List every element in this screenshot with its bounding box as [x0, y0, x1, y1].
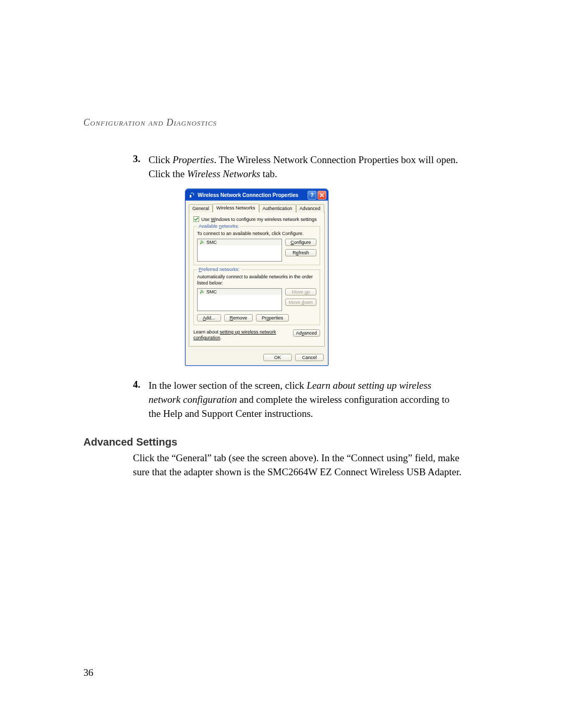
- wireless-network-icon: [199, 289, 204, 294]
- text: anced: [304, 330, 317, 336]
- tab-general[interactable]: General: [189, 204, 213, 213]
- available-legend: Available networks:: [197, 224, 240, 229]
- document-page: Configuration and Diagnostics 3. Click P…: [0, 0, 563, 728]
- text: In the lower section of the screen, clic…: [149, 380, 307, 391]
- tab-wireless-networks[interactable]: Wireless Networks: [213, 204, 259, 212]
- advanced-settings-heading: Advanced Settings: [83, 436, 464, 448]
- preferred-networks-list[interactable]: SMC: [197, 288, 282, 311]
- emphasis: Wireless Networks: [187, 168, 260, 179]
- preferred-action-buttons: Add... Remove Properties: [197, 314, 316, 322]
- svg-rect-0: [190, 195, 191, 198]
- step-3: 3. Click Properties. The Wireless Networ…: [133, 153, 464, 181]
- advanced-button[interactable]: Advanced: [293, 329, 320, 337]
- step-4: 4. In the lower section of the screen, c…: [133, 379, 464, 421]
- emphasis: Properties: [173, 154, 214, 165]
- text: dd...: [206, 315, 215, 320]
- close-button[interactable]: [317, 191, 326, 200]
- preferred-instruction: Automatically connect to available netwo…: [197, 274, 316, 286]
- preferred-move-buttons: Move up Move down: [285, 288, 316, 311]
- text: Available: [199, 224, 219, 229]
- text: Ad: [296, 330, 302, 336]
- available-networks-group: Available networks: To connect to an ava…: [193, 226, 320, 265]
- titlebar: Wireless Network Connection Properties ?: [186, 189, 328, 201]
- text: indows to configure my wireless network …: [215, 217, 317, 222]
- titlebar-buttons: ?: [308, 191, 326, 200]
- use-windows-checkbox[interactable]: [193, 216, 199, 222]
- text: p: [307, 289, 310, 294]
- step-number: 3.: [133, 153, 149, 181]
- configure-button[interactable]: Configure: [285, 239, 316, 246]
- tab-strip: General Wireless Networks Authentication…: [189, 204, 325, 212]
- tab-panel: Use Windows to configure my wireless net…: [189, 212, 325, 347]
- help-button[interactable]: ?: [308, 191, 316, 200]
- text: .: [221, 335, 222, 340]
- step-number: 4.: [133, 379, 149, 421]
- move-up-button[interactable]: Move up: [285, 288, 316, 295]
- dialog-footer: OK Cancel: [186, 351, 328, 365]
- learn-text: Learn about setting up wireless network …: [193, 329, 289, 341]
- text: perties: [269, 315, 283, 320]
- section-header: Configuration and Diagnostics: [83, 117, 464, 128]
- text: Pr: [262, 315, 266, 320]
- page-number: 36: [83, 667, 93, 678]
- remove-button[interactable]: Remove: [224, 314, 253, 322]
- svg-point-1: [200, 243, 201, 244]
- list-item[interactable]: SMC: [198, 239, 282, 245]
- available-list-pane: SMC Configure Refresh: [197, 239, 316, 262]
- move-down-button[interactable]: Move down: [285, 299, 316, 306]
- preferred-list-pane: SMC Move up Move down: [197, 288, 316, 311]
- step-text: Click Properties. The Wireless Network C…: [149, 153, 464, 181]
- available-buttons: Configure Refresh: [285, 239, 316, 262]
- add-button[interactable]: Add...: [197, 314, 221, 322]
- use-windows-checkbox-row: Use Windows to configure my wireless net…: [193, 216, 320, 222]
- checkbox-label: Use Windows to configure my wireless net…: [201, 217, 317, 222]
- text: own: [304, 300, 313, 305]
- text: fresh: [299, 250, 309, 255]
- svg-point-2: [200, 292, 201, 293]
- preferred-legend: Preferred networks:: [197, 267, 241, 272]
- text: referred networks:: [202, 267, 240, 272]
- window-title: Wireless Network Connection Properties: [198, 192, 308, 198]
- network-name: SMC: [206, 289, 217, 294]
- available-networks-list[interactable]: SMC: [197, 239, 282, 262]
- step-text: In the lower section of the screen, clic…: [149, 379, 464, 421]
- tab-advanced[interactable]: Advanced: [296, 204, 324, 213]
- text: Learn about: [193, 329, 220, 335]
- dialog-body: General Wireless Networks Authentication…: [186, 201, 328, 351]
- refresh-button[interactable]: Refresh: [285, 249, 316, 256]
- wireless-network-icon: [199, 240, 204, 245]
- accel: W: [211, 217, 216, 222]
- advanced-settings-paragraph: Click the “General” tab (see the screen …: [133, 451, 464, 479]
- dialog-screenshot: Wireless Network Connection Properties ?…: [185, 189, 464, 366]
- text: emove: [233, 315, 247, 320]
- properties-button[interactable]: Properties: [256, 314, 289, 322]
- text: Move: [289, 300, 302, 305]
- window-icon: [189, 192, 195, 199]
- tab-authentication[interactable]: Authentication: [259, 204, 296, 213]
- text: tab.: [260, 168, 277, 179]
- network-name: SMC: [206, 240, 217, 245]
- text: Use: [201, 217, 211, 222]
- ok-button[interactable]: OK: [263, 354, 292, 361]
- text: Click: [149, 154, 173, 165]
- cancel-button[interactable]: Cancel: [295, 354, 324, 361]
- wireless-properties-dialog: Wireless Network Connection Properties ?…: [185, 189, 328, 366]
- available-instruction: To connect to an available network, clic…: [197, 231, 316, 237]
- text: onfigure: [294, 240, 311, 245]
- preferred-networks-group: Preferred networks: Automatically connec…: [193, 269, 320, 325]
- text: etworks:: [222, 224, 239, 229]
- text: Move: [292, 289, 305, 294]
- list-item[interactable]: SMC: [198, 289, 282, 295]
- learn-row: Learn about setting up wireless network …: [193, 329, 320, 341]
